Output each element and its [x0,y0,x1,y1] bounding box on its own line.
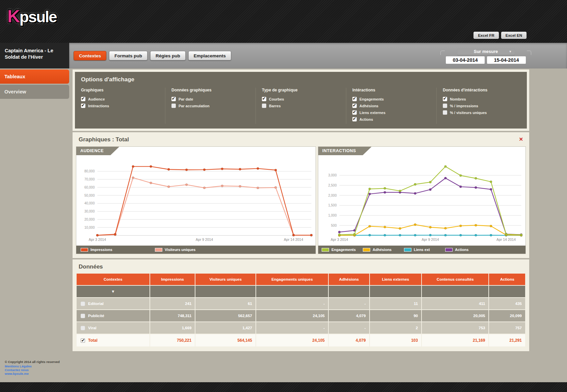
interactions-chart-tab: INTERACTIONS [318,147,372,155]
option-label: Nombres [450,97,466,101]
date-start-input[interactable]: 03-04-2014 [446,56,485,64]
row-checkbox-total[interactable] [81,338,85,343]
table-sort-row: ▼ [77,286,525,297]
tab-r-gies-pub[interactable]: Régies pub [150,51,186,60]
svg-text:1,500: 1,500 [328,203,336,207]
legend-item-adh-sions: Adhésions [363,248,404,252]
footer-link-contactez-nous[interactable]: Contactez nous [5,368,567,372]
sort-cell [329,286,369,297]
option-checkbox-audience[interactable] [81,97,85,101]
date-end-input[interactable]: 15-04-2014 [487,56,526,64]
svg-text:20,000: 20,000 [84,218,95,221]
row-checkbox-viral[interactable] [81,326,85,330]
date-range: 03-04-2014 15-04-2014 [446,56,526,64]
row-label-inner: Viral [81,326,150,330]
option-label: Adhésions [359,104,378,108]
charts-section-title: Graphiques : Total [79,136,129,143]
legend-swatch-engagements [322,248,329,252]
row-label: Publicité [88,314,104,318]
row-label-cell: Viral [77,322,150,334]
table-cell: 20,005 [422,310,488,321]
close-icon[interactable]: ✕ [519,136,523,142]
option-engagements: Engagements [352,97,436,101]
audience-chart: 10,00020,00030,00040,00050,00060,00070,0… [76,155,316,246]
option-impressions: % / impressions [443,104,527,108]
svg-text:Apr 9 2014: Apr 9 2014 [196,237,213,242]
option-checkbox-courbes[interactable] [262,97,266,101]
table-cell: 564,145 [195,334,255,346]
table-cell: 2 [370,322,422,334]
tab-emplacements[interactable]: Emplacements [188,51,231,60]
table-cell: 61 [195,298,255,309]
footer-link-mentions-l-gales[interactable]: Mentions Légales [5,364,567,368]
option-nombres: Nombres [443,97,527,101]
option-checkbox-par-date[interactable] [171,97,176,101]
legend-swatch-actions [445,248,453,252]
column-header-liens-externes[interactable]: Liens externes [370,274,422,285]
svg-text:1,000: 1,000 [328,214,336,217]
bottom-bar [0,382,567,392]
footer-link-www-kpsule-me[interactable]: www.kpsule.me [5,372,567,375]
option-checkbox-visiteurs-uniques[interactable] [443,110,447,115]
sidebar-nav: TableauxOverview [0,69,69,99]
tab-contextes[interactable]: Contextes [74,51,106,60]
logo-text: psule [20,8,57,26]
sidebar-item-tableaux[interactable]: Tableaux [0,69,69,84]
option-label: Courbes [269,97,284,101]
table-cell: 90 [370,310,422,321]
option-checkbox-liens-externes[interactable] [352,110,357,115]
tab-formats-pub[interactable]: Formats pub [109,51,147,60]
sidebar-item-overview[interactable]: Overview [0,85,69,99]
table-cell: 241 [150,298,195,309]
option-checkbox-adh-sions[interactable] [352,104,357,108]
option-checkbox-impressions[interactable] [443,104,447,108]
column-header-actions[interactable]: Actions [489,274,525,285]
svg-text:3,000: 3,000 [328,173,336,177]
app-logo[interactable]: Kpsule [7,6,57,26]
option-checkbox-par-accumulation[interactable] [171,104,176,108]
option-checkbox-engagements[interactable] [352,97,357,101]
column-header-adh-sions[interactable]: Adhésions [329,274,369,285]
option-visiteurs-uniques: % / visiteurs uniques [443,110,527,115]
option-checkbox-actions[interactable] [352,117,357,121]
row-checkbox-editorial[interactable] [81,302,85,306]
table-cell: 11 [370,298,422,309]
option-checkbox-nombres[interactable] [443,97,447,101]
row-label-inner: Editorial [81,302,150,306]
data-section-title: Données [79,263,524,270]
audience-chart-panel: AUDIENCE10,00020,00030,00040,00050,00060… [76,146,316,254]
legend-item-liens-ext: Liens ext [404,248,445,252]
row-label-cell: Total [77,334,150,346]
toolbar: ContextesFormats pubRégies pubEmplacemen… [69,43,567,68]
options-group-graphiques: GraphiquesAudienceIntéractions [75,88,165,124]
row-checkbox-publicit[interactable] [81,314,85,318]
option-checkbox-barres[interactable] [262,104,266,108]
period-dropdown[interactable]: Sur mesure ▼ [457,48,515,55]
options-group-title: Données graphiques [171,88,255,92]
column-header-contenus-consult-s[interactable]: Contenus consultés [422,274,488,285]
table-row: Editorial24161--11411435 [77,298,525,309]
row-label: Editorial [88,302,104,306]
column-header-contextes[interactable]: Contextes [77,274,150,285]
audience-legend: ImpressionsVisiteurs uniques [76,246,316,254]
campaign-title: Captain America - Le Soldat de l'Hiver [0,43,69,68]
sort-cell [195,286,255,297]
excel-en-button[interactable]: Excel EN [501,32,526,39]
column-header-visiteurs-uniques[interactable]: Visiteurs uniques [195,274,255,285]
excel-fr-button[interactable]: Excel FR [474,32,499,39]
context-tabs: ContextesFormats pubRégies pubEmplacemen… [74,51,231,60]
option-audience: Audience [81,97,165,101]
legend-swatch-visiteurs-uniques [155,248,162,252]
svg-text:80,000: 80,000 [84,169,95,173]
column-header-impressions[interactable]: Impressions [150,274,195,285]
legend-swatch-liens-ext [404,248,411,252]
sort-cell [422,286,488,297]
table-cell: 21,291 [489,334,525,346]
sort-indicator-cell[interactable]: ▼ [77,286,150,297]
table-cell: 103 [370,334,422,346]
charts-row: AUDIENCE10,00020,00030,00040,00050,00060… [73,146,529,258]
option-checkbox-int-ractions[interactable] [81,104,85,108]
options-group-title: Type de graphique [262,88,346,92]
column-header-engagements-uniques[interactable]: Engagements uniques [256,274,328,285]
svg-text:2,500: 2,500 [328,184,336,187]
